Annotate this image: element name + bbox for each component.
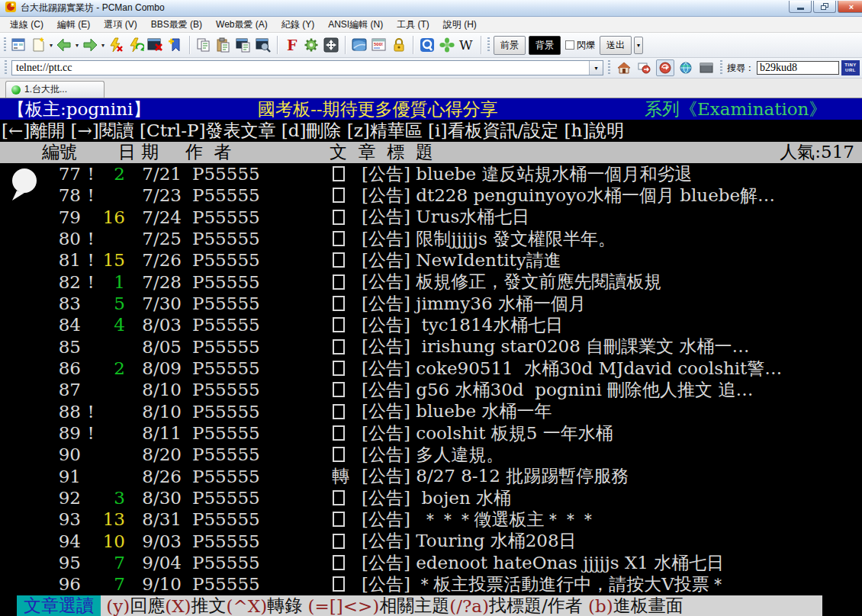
- table-row[interactable]: 8628/09P55555[公告] coke90511 水桶30d MJdavi…: [0, 358, 862, 379]
- post-marker: [326, 512, 362, 527]
- bbs-terminal[interactable]: 【板主:pognini】 國考板--期待更多優質心得分享 系列《Examinat…: [0, 98, 862, 616]
- copy-paste-icon: [236, 37, 251, 53]
- post-title: [公告] 多人違規。: [362, 443, 862, 467]
- send-to-browser-button[interactable]: [635, 59, 654, 76]
- post-title: [公告] Urus水桶七日: [362, 205, 862, 229]
- disconnect-icon: [108, 37, 124, 53]
- forward-dropdown[interactable]: ▾: [100, 42, 106, 49]
- search-input[interactable]: [757, 61, 839, 75]
- home-button[interactable]: [615, 59, 633, 76]
- table-row[interactable]: 908/20P55555[公告] 多人違規。: [0, 444, 862, 465]
- send-dropdown[interactable]: ▾: [634, 37, 643, 54]
- post-marker: [326, 296, 362, 311]
- toolbar-grip[interactable]: [487, 37, 490, 53]
- table-row[interactable]: 89!8/11P55555[公告] coolshit 板規5 一年水桶: [0, 422, 862, 444]
- menu-item[interactable]: ANSI編輯 (N): [321, 17, 390, 33]
- menu-item[interactable]: 選項 (V): [97, 17, 143, 33]
- table-row[interactable]: 82!17/28P55555[公告] 板規修正，發文前應先閱讀板規: [0, 271, 862, 293]
- settings-button[interactable]: [301, 34, 321, 56]
- table-row[interactable]: 80!7/25P55555[公告] 限制jjjjjs 發文權限半年。: [0, 228, 862, 249]
- status-segment: (=[]<>): [308, 596, 380, 616]
- post-marker: [326, 252, 362, 268]
- post-date: 8/10: [125, 402, 182, 422]
- column-author: 作 者: [185, 140, 232, 164]
- foreground-color-button[interactable]: 前景: [494, 36, 526, 55]
- open-in-browser-button[interactable]: [656, 59, 674, 76]
- url-dropdown[interactable]: ▾: [589, 61, 603, 75]
- table-row[interactable]: 9238/30P55555[公告] bojen 水桶: [0, 487, 862, 509]
- close-button[interactable]: ×: [838, 1, 862, 13]
- menu-item[interactable]: 連線 (C): [3, 17, 50, 33]
- push-count: 2: [101, 164, 125, 184]
- post-date: 8/26: [125, 467, 182, 486]
- menu-item[interactable]: Web最愛 (A): [209, 17, 275, 33]
- menu-item[interactable]: 編輯 (E): [50, 17, 97, 33]
- table-row[interactable]: 8357/30P55555[公告] jimmy36 水桶一個月: [0, 293, 862, 314]
- restore-button[interactable]: [813, 1, 836, 13]
- post-box-icon: [333, 425, 345, 441]
- disconnect-button[interactable]: [106, 34, 126, 56]
- background-color-button[interactable]: 背景: [529, 36, 561, 55]
- menu-item[interactable]: 工具 (T): [390, 17, 436, 33]
- back-dropdown[interactable]: ▾: [74, 42, 80, 49]
- post-author: P55555: [192, 531, 262, 551]
- table-row[interactable]: 918/26P55555 轉[公告] 8/27 8-12 批踢踢暫停服務: [0, 466, 862, 487]
- address-grip[interactable]: [608, 60, 610, 75]
- community-button[interactable]: [437, 34, 457, 56]
- address-grip[interactable]: [5, 60, 7, 75]
- toolbar-grip[interactable]: [4, 37, 6, 53]
- globe-button[interactable]: [677, 59, 695, 76]
- table-row[interactable]: 9579/04P55555[公告] edenoot hateOnas jjjjj…: [0, 552, 862, 573]
- tab-connection-1[interactable]: 1.台大批...: [5, 81, 105, 98]
- font-icon: F: [285, 37, 298, 53]
- connection-list-button[interactable]: [8, 34, 28, 56]
- unread-mark: !: [81, 272, 101, 292]
- table-row[interactable]: 9679/10P55555[公告] ＊板主投票活動進行中，請按大V投票＊: [0, 573, 862, 595]
- back-button[interactable]: [54, 34, 74, 56]
- table-row[interactable]: 878/10P55555[公告] g56 水桶30d pognini 刪除他人推…: [0, 379, 862, 400]
- terminal-window-button[interactable]: [697, 59, 716, 76]
- browser-button[interactable]: [349, 34, 369, 56]
- table-row[interactable]: 79167/24P55555[公告] Urus水桶七日: [0, 207, 862, 228]
- reconnect-button[interactable]: [126, 34, 146, 56]
- fullscreen-button[interactable]: [321, 34, 341, 56]
- font-button[interactable]: F: [281, 34, 301, 56]
- copy-button[interactable]: [194, 34, 214, 56]
- find-button[interactable]: [253, 34, 273, 56]
- table-row[interactable]: 81!157/26P55555[公告] NewIdentity請進: [0, 249, 862, 271]
- post-marker: [326, 534, 362, 549]
- blink-checkbox[interactable]: [565, 40, 574, 50]
- table-row[interactable]: 94109/03P55555[公告] Touring 水桶208日: [0, 531, 862, 552]
- search-grip[interactable]: [720, 60, 722, 75]
- add-bookmark-button[interactable]: [166, 34, 185, 56]
- pcman-home-button[interactable]: [417, 34, 437, 56]
- forward-button[interactable]: [80, 34, 100, 56]
- wikipedia-button[interactable]: W: [457, 34, 477, 56]
- pcman-window: 台大批踢踢實業坊 - PCMan Combo × 連線 (C)編輯 (E)選項 …: [0, 0, 862, 616]
- lock-button[interactable]: [389, 34, 409, 56]
- paste-button[interactable]: [214, 34, 233, 56]
- post-number: 81: [0, 250, 81, 270]
- menu-item[interactable]: 說明 (H): [436, 17, 484, 33]
- table-row[interactable]: 78!7/23P55555[公告] dt228 penguinyoyo水桶一個月…: [0, 184, 862, 206]
- menu-item[interactable]: BBS最愛 (B): [144, 17, 209, 33]
- post-title: [公告] coke90511 水桶30d MJdavid coolshit警…: [362, 357, 862, 380]
- close-connection-button[interactable]: [146, 34, 166, 56]
- ansi-editor-button[interactable]: 500!: [369, 34, 389, 56]
- table-row[interactable]: 88!8/10P55555[公告] bluebe 水桶一年: [0, 401, 862, 422]
- new-connection-button[interactable]: [28, 34, 48, 56]
- table-row[interactable]: 93138/31P55555[公告] ＊＊＊徵選板主＊＊＊: [0, 509, 862, 530]
- tinyurl-icon[interactable]: TINYURL: [841, 60, 860, 75]
- send-button[interactable]: 送出: [600, 36, 632, 55]
- new-connection-dropdown[interactable]: ▾: [48, 42, 54, 49]
- minimize-button[interactable]: [789, 1, 812, 13]
- url-input[interactable]: [12, 61, 589, 75]
- board-series: 系列《Examination》: [645, 98, 826, 121]
- post-box-icon: [333, 512, 345, 527]
- menu-item[interactable]: 紀錄 (Y): [275, 17, 321, 33]
- table-row[interactable]: 858/05P55555[公告] irishung star0208 自刪課業文…: [0, 336, 862, 358]
- table-row[interactable]: 8448/03P55555[公告] tyc1814水桶七日: [0, 314, 862, 335]
- copy-paste-button[interactable]: [233, 34, 253, 56]
- toolbar-separator: [277, 36, 278, 54]
- table-row[interactable]: 77!27/21P55555[公告] bluebe 違反站規水桶一個月和劣退: [0, 163, 862, 184]
